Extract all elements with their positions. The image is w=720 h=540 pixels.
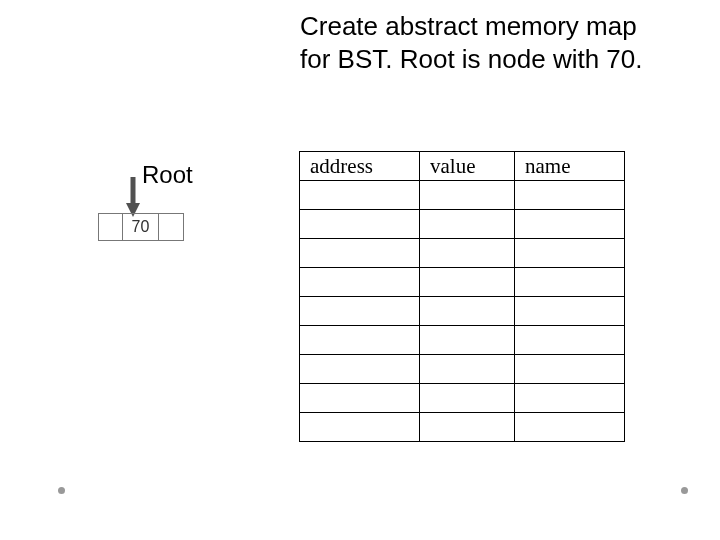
page-title: Create abstract memory map for BST. Root…	[300, 10, 643, 75]
node-right-pointer	[159, 214, 183, 240]
table-body	[300, 181, 625, 442]
table-header-row: address value name	[300, 152, 625, 181]
table-row	[300, 181, 625, 210]
table-row	[300, 384, 625, 413]
col-name: name	[515, 152, 625, 181]
table-row	[300, 239, 625, 268]
bst-root-node: 70	[98, 213, 184, 241]
table-row	[300, 268, 625, 297]
title-line-2: for BST. Root is node with 70.	[300, 44, 643, 74]
col-address: address	[300, 152, 420, 181]
title-line-1: Create abstract memory map	[300, 11, 637, 41]
decorative-dot-icon	[681, 487, 688, 494]
table-row	[300, 297, 625, 326]
col-value: value	[420, 152, 515, 181]
node-left-pointer	[99, 214, 123, 240]
decorative-dot-icon	[58, 487, 65, 494]
memory-map-table: address value name	[299, 151, 625, 442]
node-value: 70	[123, 214, 158, 240]
table-row	[300, 210, 625, 239]
root-label: Root	[142, 161, 193, 189]
table-row	[300, 413, 625, 442]
table-row	[300, 355, 625, 384]
table-row	[300, 326, 625, 355]
